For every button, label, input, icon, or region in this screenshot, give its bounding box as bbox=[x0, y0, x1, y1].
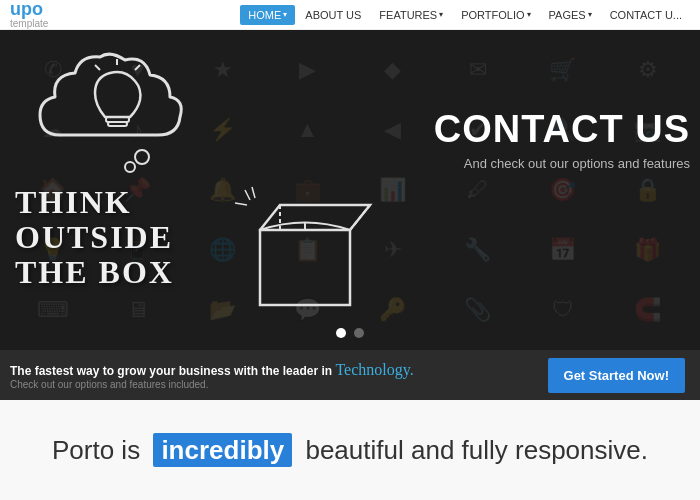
nav-item-home[interactable]: HOME▾ bbox=[240, 5, 295, 25]
main-nav: HOME▾ABOUT USFEATURES▾PORTFOLIO▾PAGES▾CO… bbox=[240, 5, 690, 25]
bg-icon-11: ▲ bbox=[265, 100, 350, 160]
logo-subtitle: template bbox=[10, 18, 48, 29]
svg-line-12 bbox=[252, 187, 255, 198]
svg-point-1 bbox=[135, 150, 149, 164]
bg-icon-30: 📅 bbox=[520, 220, 605, 280]
bg-icon-4: ◆ bbox=[350, 40, 435, 100]
cta-text: The fastest way to grow your business wi… bbox=[10, 361, 414, 379]
hero-right-content: CONTACT US And check out our options and… bbox=[420, 110, 700, 171]
tagline-bar: Porto is incredibly beautiful and fully … bbox=[0, 400, 700, 500]
box-sketch-svg bbox=[230, 170, 380, 320]
hero-title: CONTACT US bbox=[420, 110, 690, 148]
get-started-button[interactable]: Get Started Now! bbox=[548, 358, 685, 393]
bg-icon-31: 🎁 bbox=[605, 220, 690, 280]
nav-item-contact-u...[interactable]: CONTACT U... bbox=[602, 5, 690, 25]
svg-point-0 bbox=[125, 162, 135, 172]
svg-line-5 bbox=[95, 65, 100, 70]
bg-icon-29: 🔧 bbox=[435, 220, 520, 280]
bg-icon-37: 📎 bbox=[435, 280, 520, 340]
tagline-before: Porto is bbox=[52, 435, 140, 465]
svg-rect-7 bbox=[260, 230, 350, 305]
carousel-dots[interactable] bbox=[336, 328, 364, 338]
logo-area: upo template bbox=[10, 0, 48, 29]
tagline: Porto is incredibly beautiful and fully … bbox=[52, 435, 648, 466]
dot-1[interactable] bbox=[336, 328, 346, 338]
cta-subtext: Check out our options and features inclu… bbox=[10, 379, 414, 390]
logo-text: upo bbox=[10, 0, 48, 18]
tagline-after: beautiful and fully responsive. bbox=[305, 435, 648, 465]
nav-item-features[interactable]: FEATURES▾ bbox=[371, 5, 451, 25]
bg-icon-5: ✉ bbox=[435, 40, 520, 100]
svg-line-13 bbox=[235, 203, 247, 205]
nav-arrow-icon: ▾ bbox=[588, 10, 592, 19]
nav-item-about-us[interactable]: ABOUT US bbox=[297, 5, 369, 25]
think-text: THINK OUTSIDE THE BOX bbox=[15, 185, 174, 291]
svg-line-6 bbox=[135, 65, 140, 70]
cta-tech-word: Technology. bbox=[335, 361, 413, 378]
bg-icon-38: 🛡 bbox=[520, 280, 605, 340]
bg-icon-3: ▶ bbox=[265, 40, 350, 100]
nav-item-pages[interactable]: PAGES▾ bbox=[541, 5, 600, 25]
hero-section: ✆♥★▶◆✉🛒⚙☁♪⚡▲◀✔🔍📷🏠📌🔔💼📊🖊🎯🔒💡📱🌐📋✈🔧📅🎁⌨🖥📂💬🔑📎🛡🧲… bbox=[0, 30, 700, 350]
cta-bar: The fastest way to grow your business wi… bbox=[0, 350, 700, 400]
nav-item-portfolio[interactable]: PORTFOLIO▾ bbox=[453, 5, 538, 25]
bg-icon-6: 🛒 bbox=[520, 40, 605, 100]
hero-subtitle: And check out our options and features bbox=[420, 156, 690, 171]
nav-arrow-icon: ▾ bbox=[527, 10, 531, 19]
cloud-thought-svg bbox=[30, 45, 210, 175]
header: upo template HOME▾ABOUT USFEATURES▾PORTF… bbox=[0, 0, 700, 30]
svg-rect-3 bbox=[108, 122, 127, 126]
tagline-highlight: incredibly bbox=[153, 433, 292, 467]
dot-2[interactable] bbox=[354, 328, 364, 338]
bg-icon-39: 🧲 bbox=[605, 280, 690, 340]
nav-arrow-icon: ▾ bbox=[439, 10, 443, 19]
cta-left: The fastest way to grow your business wi… bbox=[10, 361, 414, 390]
bg-icon-7: ⚙ bbox=[605, 40, 690, 100]
svg-line-11 bbox=[245, 190, 250, 200]
nav-arrow-icon: ▾ bbox=[283, 10, 287, 19]
